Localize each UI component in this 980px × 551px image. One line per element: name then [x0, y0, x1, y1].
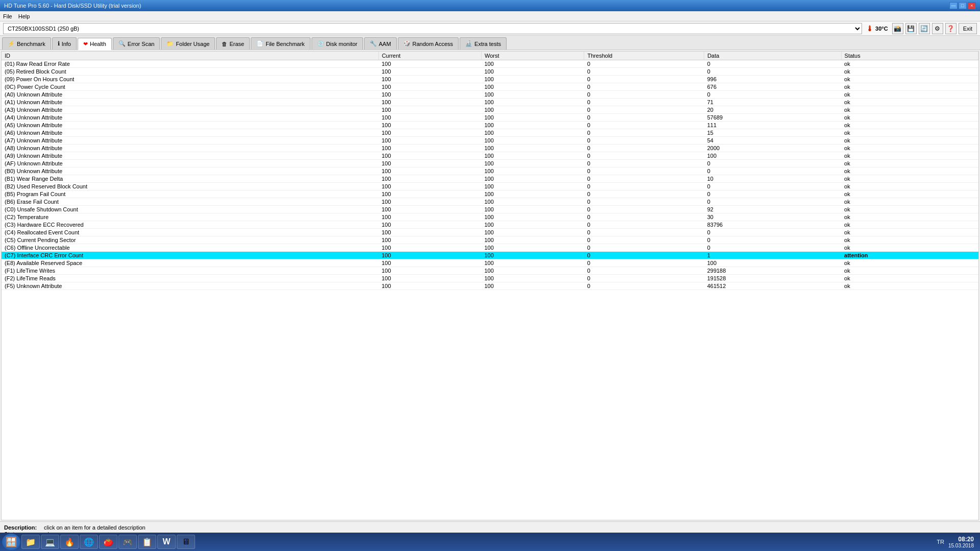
folderusage-icon: 📁	[166, 40, 174, 47]
table-row[interactable]: (A0) Unknown Attribute10010000ok	[2, 91, 978, 99]
table-row[interactable]: (A5) Unknown Attribute1001000111ok	[2, 122, 978, 129]
toolbar-btn-1[interactable]: 📸	[892, 23, 903, 34]
table-row[interactable]: (C5) Current Pending Sector10010000ok	[2, 236, 978, 244]
table-row[interactable]: (C3) Hardware ECC Recovered100100083796o…	[2, 221, 978, 229]
table-row[interactable]: (C7) Interface CRC Error Count10010001at…	[2, 252, 978, 259]
table-row[interactable]: (A4) Unknown Attribute100100057689ok	[2, 114, 978, 122]
toolbar-btn-2[interactable]: 💾	[905, 23, 917, 34]
titlebar: HD Tune Pro 5.60 - Hard Disk/SSD Utility…	[0, 0, 980, 11]
diskmonitor-icon: 💿	[317, 40, 324, 47]
health-icon: ❤	[83, 41, 88, 47]
taskbar-time: 08:20	[948, 536, 974, 543]
menubar: File Help	[0, 11, 980, 21]
table-row[interactable]: (B6) Erase Fail Count10010000ok	[2, 198, 978, 206]
tab-randomaccess[interactable]: 🎲 Random Access	[398, 37, 459, 50]
table-row[interactable]: (A3) Unknown Attribute100100020ok	[2, 106, 978, 114]
table-row[interactable]: (C4) Reallocated Event Count10010000ok	[2, 229, 978, 236]
taskbar-app-monitor[interactable]: 🖥	[177, 535, 195, 549]
tab-health[interactable]: ❤ Health	[78, 38, 112, 50]
toolbar-btn-5[interactable]: ❓	[945, 23, 957, 34]
tab-benchmark[interactable]: ⚡ Benchmark	[2, 37, 51, 50]
table-row[interactable]: (B0) Unknown Attribute10010000ok	[2, 167, 978, 175]
exit-button[interactable]: Exit	[959, 23, 977, 34]
table-row[interactable]: (E8) Available Reserved Space1001000100o…	[2, 259, 978, 267]
table-row[interactable]: (A9) Unknown Attribute1001000100ok	[2, 152, 978, 160]
col-header-worst[interactable]: Worst	[481, 52, 584, 60]
table-row[interactable]: (A1) Unknown Attribute100100071ok	[2, 99, 978, 106]
table-row[interactable]: (B2) Used Reserved Block Count10010000ok	[2, 183, 978, 190]
description-label: Description:	[4, 524, 40, 531]
taskbar-app-antivirus[interactable]: 🔥	[60, 535, 79, 549]
table-row[interactable]: (A6) Unknown Attribute100100015ok	[2, 129, 978, 137]
taskbar: 🪟 📁 💻 🔥 🌐 🍅 🎮 📋 W 🖥 TR 08:20 15.03.2018	[0, 533, 980, 551]
aam-icon: 🔧	[370, 40, 377, 47]
titlebar-controls: — □ ×	[949, 2, 976, 9]
tab-aam[interactable]: 🔧 AAM	[364, 37, 397, 50]
taskbar-app-tasks[interactable]: 📋	[138, 535, 156, 549]
smart-table: ID Current Worst Threshold Data Status (…	[2, 52, 978, 290]
maximize-button[interactable]: □	[959, 2, 967, 9]
randomaccess-icon: 🎲	[403, 40, 411, 47]
taskbar-date: 15.03.2018	[948, 543, 974, 548]
erase-icon: 🗑	[222, 41, 227, 47]
tab-diskmonitor[interactable]: 💿 Disk monitor	[312, 37, 363, 50]
description-value: click on an item for a detailed descript…	[44, 524, 146, 531]
table-body: (01) Raw Read Error Rate10010000ok(05) R…	[2, 60, 978, 290]
taskbar-app-word[interactable]: W	[157, 535, 176, 549]
drive-selector[interactable]: CT250BX100SSD1 (250 gB)	[3, 23, 862, 34]
toolbar-right: 📸 💾 🔄 ⚙ ❓ Exit	[892, 23, 977, 34]
table-row[interactable]: (09) Power On Hours Count1001000996ok	[2, 76, 978, 83]
col-header-current[interactable]: Current	[378, 52, 481, 60]
col-header-id[interactable]: ID	[2, 52, 378, 60]
table-row[interactable]: (C2) Temperature100100030ok	[2, 213, 978, 221]
table-header-row: ID Current Worst Threshold Data Status	[2, 52, 978, 60]
table-row[interactable]: (0C) Power Cycle Count1001000676ok	[2, 83, 978, 91]
taskbar-app-tomato[interactable]: 🍅	[99, 535, 117, 549]
tab-errorscan[interactable]: 🔍 Error Scan	[113, 37, 160, 50]
table-row[interactable]: (A8) Unknown Attribute10010002000ok	[2, 145, 978, 152]
tab-extratests[interactable]: 🔬 Extra tests	[460, 37, 507, 50]
toolbar-btn-4[interactable]: ⚙	[932, 23, 943, 34]
drive-bar: CT250BX100SSD1 (250 gB) 🌡 30°C 📸 💾 🔄 ⚙ ❓…	[0, 21, 980, 36]
table-row[interactable]: (AF) Unknown Attribute10010000ok	[2, 160, 978, 167]
tab-info[interactable]: ℹ Info	[52, 37, 77, 50]
table-row[interactable]: (01) Raw Read Error Rate10010000ok	[2, 60, 978, 68]
toolbar-btn-3[interactable]: 🔄	[919, 23, 930, 34]
taskbar-right: TR 08:20 15.03.2018	[937, 536, 978, 548]
table-row[interactable]: (F2) LifeTime Reads1001000191528ok	[2, 275, 978, 282]
titlebar-title: HD Tune Pro 5.60 - Hard Disk/SSD Utility…	[4, 3, 141, 9]
extratests-icon: 🔬	[465, 40, 472, 47]
taskbar-clock: 08:20 15.03.2018	[948, 536, 974, 548]
tab-filebenchmark[interactable]: 📄 File Benchmark	[251, 37, 310, 50]
table-row[interactable]: (B1) Wear Range Delta100100010ok	[2, 175, 978, 183]
col-header-data[interactable]: Data	[704, 52, 841, 60]
close-button[interactable]: ×	[968, 2, 976, 9]
table-row[interactable]: (F5) Unknown Attribute1001000461512ok	[2, 282, 978, 290]
errorscan-icon: 🔍	[118, 40, 126, 47]
col-header-status[interactable]: Status	[841, 52, 978, 60]
menu-help[interactable]: Help	[18, 13, 30, 19]
table-row[interactable]: (A7) Unknown Attribute100100054ok	[2, 137, 978, 145]
minimize-button[interactable]: —	[949, 2, 958, 9]
info-icon: ℹ	[58, 40, 60, 47]
tab-erase[interactable]: 🗑 Erase	[216, 37, 250, 50]
taskbar-app-steam[interactable]: 🎮	[118, 535, 137, 549]
temperature-display: 🌡 30°C	[866, 25, 888, 33]
benchmark-icon: ⚡	[8, 40, 15, 47]
main-content: ID Current Worst Threshold Data Status (…	[1, 51, 979, 520]
table-row[interactable]: (C0) Unsafe Shutdown Count100100092ok	[2, 206, 978, 213]
table-row[interactable]: (B5) Program Fail Count10010000ok	[2, 190, 978, 198]
col-header-threshold[interactable]: Threshold	[584, 52, 704, 60]
menu-file[interactable]: File	[3, 13, 12, 19]
tab-folderusage[interactable]: 📁 Folder Usage	[161, 37, 215, 50]
temperature-value: 30°C	[875, 26, 888, 32]
table-row[interactable]: (F1) LifeTime Writes1001000299188ok	[2, 267, 978, 275]
table-row[interactable]: (C6) Offline Uncorrectable10010000ok	[2, 244, 978, 252]
taskbar-app-explorer[interactable]: 📁	[21, 535, 40, 549]
taskbar-app-ide[interactable]: 💻	[41, 535, 59, 549]
tabbar: ⚡ Benchmark ℹ Info ❤ Health 🔍 Error Scan…	[0, 36, 980, 50]
taskbar-app-browser[interactable]: 🌐	[80, 535, 98, 549]
tray-text: TR	[937, 539, 944, 545]
table-row[interactable]: (05) Retired Block Count10010000ok	[2, 68, 978, 76]
start-button[interactable]: 🪟	[2, 534, 20, 550]
